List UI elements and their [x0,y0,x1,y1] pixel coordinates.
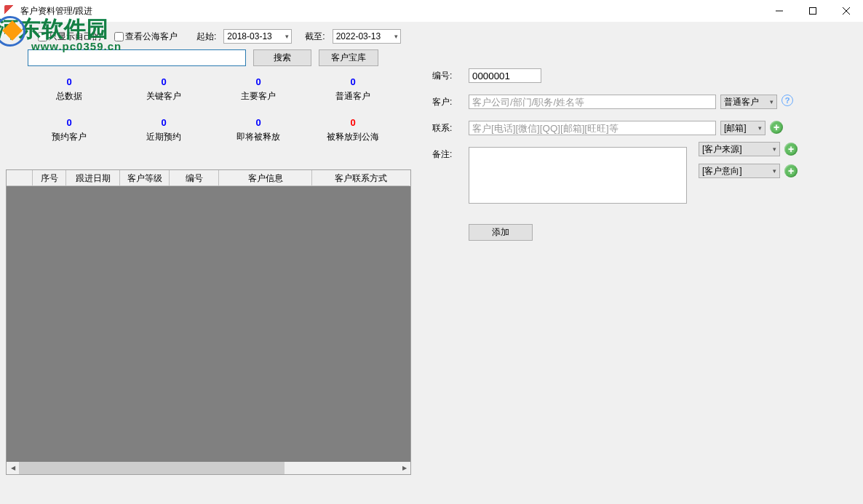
content-area: 河东软件园 www.pc0359.cn 只显示自己的 查看公海客户 起始: 20… [0,22,863,504]
main-window: 客户资料管理/跟进 河东软件园 www.pc0359.cn 只显示自己的 [0,0,863,504]
stats-area: 0 总数据 0 关键客户 0 主要客户 0 普通客户 0 [0,71,422,165]
help-icon[interactable]: ? [782,95,793,106]
maximize-button[interactable] [796,0,830,22]
scroll-thumb[interactable] [19,462,285,474]
view-public-input[interactable] [114,32,124,41]
col-id[interactable]: 编号 [170,170,219,186]
stats-row-2: 0 预约客户 0 近期预约 0 即将被释放 0 被释放到公海 [22,117,400,155]
form-side: [客户来源] + [客户意向] + [699,142,798,185]
grid-body [7,186,410,462]
scroll-right-icon[interactable]: ▶ [398,462,410,474]
stat-normal: 0 普通客户 [306,76,400,114]
stat-released: 0 被释放到公海 [306,117,400,155]
contact-label: 联系: [432,121,469,135]
search-row: 搜索 客户宝库 [0,48,863,71]
filter-row: 只显示自己的 查看公海客户 起始: 2018-03-13 截至: 2022-03… [0,22,863,48]
add-contact-icon[interactable]: + [770,121,783,134]
contact-field[interactable] [469,121,716,135]
col-index[interactable]: 序号 [33,170,66,186]
only-mine-input[interactable] [38,32,47,41]
note-textarea[interactable] [469,147,687,204]
window-title: 客户资料管理/跟进 [20,5,92,17]
stat-release-soon: 0 即将被释放 [211,117,306,155]
stat-recent: 0 近期预约 [116,117,211,155]
window-controls [763,0,863,22]
row-id: 编号: [432,68,847,83]
contact-type-select[interactable]: [邮箱] [720,121,765,135]
row-customer: 客户: 普通客户 ? [432,95,847,109]
stat-main: 0 主要客户 [211,76,306,114]
titlebar: 客户资料管理/跟进 [0,0,863,22]
minimize-button[interactable] [763,0,796,22]
search-button[interactable]: 搜索 [253,49,311,66]
app-icon [4,5,16,17]
only-mine-label: 只显示自己的 [49,31,101,43]
col-blank[interactable] [7,170,33,186]
data-grid[interactable]: 序号 跟进日期 客户等级 编号 客户信息 客户联系方式 ◀ ▶ [6,169,411,475]
col-level[interactable]: 客户等级 [120,170,170,186]
close-button[interactable] [830,0,863,22]
stat-reserve: 0 预约客户 [22,117,116,155]
stat-total: 0 总数据 [22,76,116,114]
add-source-icon[interactable]: + [784,143,798,156]
end-date-select[interactable]: 2022-03-13 [333,29,401,44]
only-mine-checkbox[interactable]: 只显示自己的 [35,30,101,44]
id-field [469,68,541,83]
row-contact: 联系: [邮箱] + [432,121,847,135]
add-button[interactable]: 添加 [469,224,533,241]
view-public-checkbox[interactable]: 查看公海客户 [111,30,178,44]
start-date-select[interactable]: 2018-03-13 [223,29,292,44]
svg-rect-1 [810,8,816,15]
add-intent-icon[interactable]: + [784,164,798,177]
grid-header: 序号 跟进日期 客户等级 编号 客户信息 客户联系方式 [7,170,410,186]
customer-type-select[interactable]: 普通客户 [720,95,777,109]
id-label: 编号: [432,68,469,82]
search-input[interactable] [28,49,246,66]
scroll-left-icon[interactable]: ◀ [7,462,19,474]
start-date-label: 起始: [196,31,216,43]
row-intent: [客户意向] + [699,164,798,178]
grid-scrollbar-horizontal[interactable]: ◀ ▶ [7,462,410,474]
row-add: 添加 [469,224,847,241]
source-select[interactable]: [客户来源] [699,142,780,156]
intent-select[interactable]: [客户意向] [699,164,780,178]
note-label: 备注: [432,147,469,161]
row-source: [客户来源] + [699,142,798,156]
end-date-label: 截至: [305,31,325,43]
stats-row-1: 0 总数据 0 关键客户 0 主要客户 0 普通客户 [22,76,400,114]
col-contact[interactable]: 客户联系方式 [312,170,410,186]
treasure-button[interactable]: 客户宝库 [319,49,378,66]
scroll-track[interactable] [19,462,398,474]
customer-field[interactable] [469,95,716,109]
col-info[interactable]: 客户信息 [219,170,312,186]
col-date[interactable]: 跟进日期 [66,170,120,186]
view-public-label: 查看公海客户 [125,31,178,43]
stat-key: 0 关键客户 [116,76,211,114]
customer-label: 客户: [432,95,469,108]
